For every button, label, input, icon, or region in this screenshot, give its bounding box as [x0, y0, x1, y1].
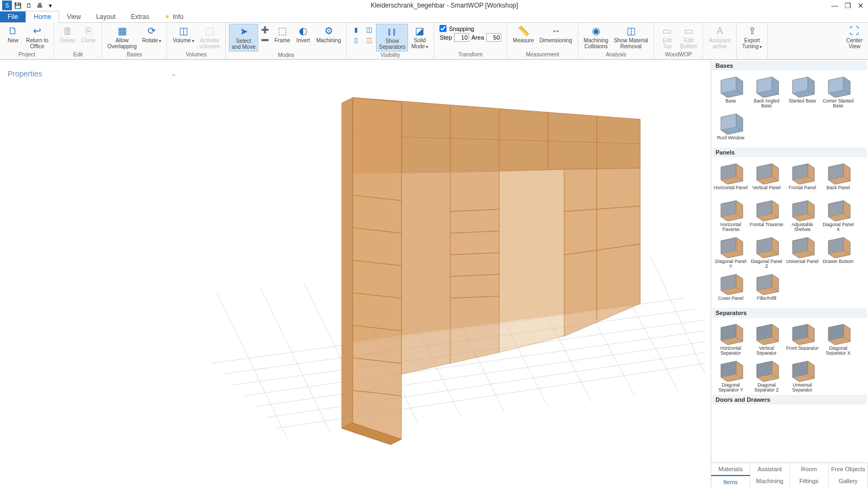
- palette-item-label: Horizontal Panel: [714, 185, 748, 195]
- palette-item[interactable]: Diagonal Panel Z: [749, 233, 784, 269]
- palette-item[interactable]: Roof Window: [713, 110, 748, 145]
- vis-icon-2[interactable]: ▯: [351, 35, 361, 45]
- palette-item[interactable]: Drawer Bottom: [821, 233, 856, 269]
- area-input[interactable]: [486, 33, 501, 42]
- show-separators-button[interactable]: ⫿⫿Show Separators: [376, 24, 408, 52]
- palette-item[interactable]: Diagonal Panel X: [821, 196, 856, 232]
- palette-item[interactable]: Horizontal Traverse: [713, 196, 748, 232]
- palette-tabs: Materials Assistant Room Free Objects It…: [711, 463, 868, 488]
- section-doors[interactable]: Doors and Drawers: [712, 395, 867, 404]
- palette-item[interactable]: Frontal Panel: [785, 159, 820, 195]
- minus-icon[interactable]: ➖: [260, 35, 270, 45]
- ptab-fittings[interactable]: Fittings: [790, 475, 829, 488]
- palette-item[interactable]: Back Angled Base: [749, 73, 784, 108]
- solid-mode-button[interactable]: ◪Solid Mode: [409, 24, 430, 51]
- ptab-items[interactable]: Items: [711, 475, 750, 488]
- app-icon[interactable]: S: [2, 1, 12, 10]
- section-separators[interactable]: Separators: [712, 308, 867, 318]
- invert-button[interactable]: ◐Invert: [293, 24, 313, 44]
- palette-item[interactable]: Corner Slanted Base: [821, 73, 856, 108]
- palette-item[interactable]: Horizontal Separator: [713, 320, 748, 356]
- edit-top-button[interactable]: ▭Edit Top: [658, 24, 677, 50]
- viewport-svg: [184, 60, 711, 488]
- palette-item[interactable]: Diagonal Panel Y: [713, 233, 748, 269]
- palette-scroll[interactable]: Bases Base Back Angled Base Slanted Base…: [711, 60, 868, 463]
- tab-extras[interactable]: Extras: [123, 11, 157, 22]
- ptab-gallery[interactable]: Gallery: [829, 475, 868, 488]
- center-view-button[interactable]: ⛶Center View: [844, 24, 865, 50]
- svg-line-5: [266, 352, 705, 418]
- ptab-materials[interactable]: Materials: [711, 463, 750, 475]
- delete-button[interactable]: 🗑Delete: [58, 24, 78, 44]
- palette-item[interactable]: Vertical Panel: [749, 159, 784, 195]
- overlap-button[interactable]: ▦Allow Overlapping: [105, 24, 139, 50]
- tab-view[interactable]: View: [59, 11, 88, 22]
- volume-button[interactable]: ◫Volume: [170, 24, 196, 45]
- edit-bottom-button[interactable]: ▭Edit Bottom: [678, 24, 700, 50]
- palette-item[interactable]: Adjustable Shelves: [785, 196, 820, 232]
- palette-item[interactable]: Cover Panel: [713, 270, 748, 306]
- palette-item[interactable]: Front Separator: [785, 320, 820, 356]
- file-tab[interactable]: File: [0, 11, 25, 22]
- vis-icon-4[interactable]: ◫: [364, 35, 374, 45]
- thumb-icon: [751, 357, 782, 383]
- machining-button[interactable]: ⚙Machining: [314, 24, 343, 44]
- assistant-button[interactable]: AAssistant active: [706, 24, 733, 50]
- activate-volumes-button[interactable]: ⬚Activate volumes: [197, 24, 222, 50]
- save-icon[interactable]: 💾: [13, 1, 23, 10]
- frame-button[interactable]: ⬚Frame: [272, 24, 292, 44]
- pin-icon[interactable]: ⫠: [171, 70, 177, 77]
- palette-item[interactable]: Filler/Infill: [749, 270, 784, 306]
- palette-item[interactable]: Universal Separator: [785, 357, 820, 393]
- frame-icon: ⬚: [276, 25, 288, 37]
- close-button[interactable]: ✕: [858, 2, 864, 10]
- new-button[interactable]: 🗋New: [3, 24, 23, 44]
- tab-home[interactable]: Home: [25, 11, 59, 23]
- viewport-3d[interactable]: [184, 60, 711, 488]
- select-move-button[interactable]: ➤Select and Move: [229, 24, 258, 52]
- ptab-free-objects[interactable]: Free Objects: [829, 463, 868, 475]
- new-icon[interactable]: 🗋: [24, 1, 34, 10]
- palette-item[interactable]: Diagonal Separator X: [821, 320, 856, 356]
- section-bases[interactable]: Bases: [712, 61, 867, 70]
- palette-item[interactable]: Back Panel: [821, 159, 856, 195]
- palette-item[interactable]: Diagonal Separator Z: [749, 357, 784, 393]
- palette-item-label: Corner Slanted Base: [821, 99, 856, 108]
- tab-layout[interactable]: Layout: [88, 11, 123, 22]
- vis-icon-3[interactable]: ◫: [364, 25, 374, 35]
- clone-button[interactable]: ⎘Clone: [79, 24, 98, 44]
- rotate-button[interactable]: ⟳Rotate: [140, 24, 163, 45]
- palette-item[interactable]: Slanted Base: [785, 73, 820, 108]
- palette-item[interactable]: Horizontal Panel: [713, 159, 748, 195]
- measure-button[interactable]: 📏Measure: [510, 24, 536, 44]
- ptab-room[interactable]: Room: [790, 463, 829, 475]
- window-title: Kleiderschrank_begehbar - SmartWOP [Work…: [58, 2, 831, 9]
- snapping-checkbox[interactable]: [439, 25, 446, 32]
- palette-item[interactable]: Frontal Traverse: [749, 196, 784, 232]
- qat-dropdown-icon[interactable]: ▾: [46, 1, 55, 10]
- cursor-icon: ➤: [238, 25, 250, 37]
- vis-icon-1[interactable]: ▮: [351, 25, 361, 35]
- dimensioning-button[interactable]: ↔Dimensioning: [537, 24, 575, 44]
- palette-item[interactable]: Universal Panel: [785, 233, 820, 269]
- export-tuning-button[interactable]: ⇪Export Tuning: [740, 24, 764, 51]
- print-icon[interactable]: 🖶: [35, 1, 44, 10]
- collisions-button[interactable]: ◉Machining Collisions: [582, 24, 611, 50]
- material-removal-button[interactable]: ◫Show Material Removal: [611, 24, 650, 50]
- palette-item[interactable]: Base: [713, 73, 748, 108]
- ptab-assistant[interactable]: Assistant: [750, 463, 789, 475]
- palette-item[interactable]: Vertical Separator: [749, 320, 784, 356]
- palette-item-label: Diagonal Separator Y: [713, 383, 748, 393]
- section-panels[interactable]: Panels: [712, 147, 867, 157]
- plus-icon[interactable]: ➕: [260, 25, 270, 35]
- ptab-machining[interactable]: Machining: [750, 475, 789, 488]
- tab-info[interactable]: ☀Info: [157, 11, 191, 22]
- minimize-button[interactable]: —: [831, 2, 838, 10]
- thumb-icon: [751, 159, 782, 185]
- palette-item[interactable]: Diagonal Separator Y: [713, 357, 748, 393]
- step-input[interactable]: [454, 33, 469, 42]
- maximize-button[interactable]: ❐: [845, 2, 851, 10]
- return-office-button[interactable]: ↩Return to Office: [24, 24, 50, 50]
- window-controls: — ❐ ✕: [831, 2, 868, 10]
- thumb-icon: [751, 320, 782, 346]
